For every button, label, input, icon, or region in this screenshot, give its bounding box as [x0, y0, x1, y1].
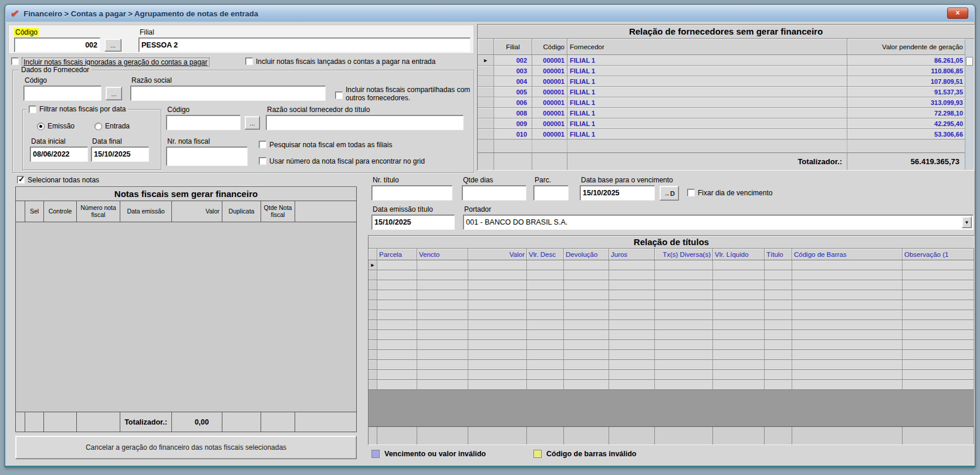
titulo-row[interactable] [369, 310, 974, 320]
fornecedor-cell: 110.806,85 [847, 66, 965, 76]
data-emissao-titulo-input[interactable]: 15/10/2025 [371, 215, 455, 230]
codigo-filial-input[interactable]: 002 [14, 38, 100, 52]
footer-cell [261, 412, 295, 432]
titulo-cell [792, 270, 903, 280]
titulos-grid-panel: Relação de títulos ParcelaVenctoValorVlr… [368, 235, 975, 445]
titulo-cell [369, 360, 377, 370]
titulos-grid-header: ParcelaVenctoValorVlr. DescDevoluçãoJuro… [369, 249, 974, 260]
qtde-dias-input[interactable] [462, 185, 526, 201]
titulo-cell [468, 270, 527, 280]
nr-nota-input[interactable] [166, 147, 248, 166]
razao-social-input[interactable] [130, 86, 326, 101]
fornecedor-row[interactable]: 008000001FILIAL 172.298,10 [478, 108, 965, 118]
titulo-row[interactable] [369, 370, 974, 380]
fornecedor-row[interactable]: 003000001FILIAL 1110.806,85 [478, 66, 965, 76]
fornecedor-row[interactable]: 010000001FILIAL 153.306,66 [478, 129, 965, 140]
data-final-input[interactable]: 15/10/2025 [91, 147, 149, 162]
data-base-input[interactable]: 15/10/2025 [580, 185, 655, 201]
data-inicial-input[interactable]: 08/06/2022 [30, 147, 88, 162]
titulo-cell [564, 380, 609, 390]
fornecedor-row[interactable]: 005000001FILIAL 191.537,35 [478, 87, 965, 97]
fornecedor-cell: FILIAL 1 [567, 66, 847, 76]
parc-input[interactable] [533, 185, 569, 201]
titulo-cell [765, 330, 792, 340]
apply-date-icon[interactable]: →D [660, 186, 679, 201]
scrollbar-thumb[interactable] [966, 57, 973, 66]
titulo-row[interactable] [369, 350, 974, 360]
header-panel: Código 002 ... Filial PESSOA 2 [8, 25, 474, 54]
emissao-label: Emissão [48, 122, 75, 130]
titulo-cell [713, 370, 765, 380]
notas-grid-header: Sel Controle Número nota fiscal Data emi… [16, 201, 356, 222]
fornecedor-row[interactable]: 006000001FILIAL 1313.099,93 [478, 97, 965, 108]
pesquisar-todas-checkbox[interactable] [259, 141, 266, 148]
selecionar-todas-checkbox[interactable] [17, 176, 25, 184]
titulo-cell [655, 280, 713, 290]
titulo-cell [564, 360, 609, 370]
titulo-cell [609, 280, 655, 290]
titulo-codigo-input[interactable] [166, 115, 241, 130]
cancelar-geracao-button[interactable]: Cancelar a geração do financeiro das not… [15, 436, 357, 459]
filial-input[interactable]: PESSOA 2 [138, 38, 471, 52]
titulo-row[interactable] [369, 330, 974, 340]
fornecedor-cell: 003 [494, 66, 532, 76]
row-indicator-cell [478, 129, 494, 140]
emissao-radio[interactable] [37, 123, 45, 130]
titulo-row[interactable] [369, 380, 974, 390]
title-bar[interactable]: ✔ Financeiro > Contas a pagar > Agrupame… [6, 5, 974, 22]
titulo-cell [377, 280, 417, 290]
close-icon[interactable]: × [947, 8, 968, 19]
titulo-cell [417, 330, 468, 340]
fornecedor-browse-button[interactable]: ... [106, 87, 122, 100]
portador-combobox[interactable]: 001 - BANCO DO BRASIL S.A. ▼ [463, 215, 974, 230]
titulo-row[interactable] [369, 340, 974, 350]
footer-cell [564, 427, 609, 445]
fornecedor-cell: 000001 [532, 108, 567, 118]
fornecedor-codigo-label: Código [25, 76, 47, 84]
fornecedores-grid-header: Filial Código Fornecedor Valor pendente … [478, 39, 965, 55]
footer-cell [417, 427, 468, 445]
titulo-browse-button[interactable]: ... [245, 116, 260, 130]
usar-numero-checkbox[interactable] [259, 157, 266, 165]
fornecedor-codigo-input[interactable] [23, 86, 102, 101]
fornecedor-row[interactable]: 004000001FILIAL 1107.809,51 [478, 76, 965, 87]
titulo-cell [609, 320, 655, 330]
codigo-browse-button[interactable]: ... [104, 39, 121, 52]
entrada-radio[interactable] [94, 123, 102, 130]
titulo-row[interactable] [369, 300, 974, 310]
titulo-row[interactable] [369, 290, 974, 300]
fixar-dia-checkbox[interactable] [687, 189, 695, 196]
nr-titulo-input[interactable] [371, 185, 452, 201]
titulo-cell [369, 300, 377, 310]
row-indicator-cell [478, 76, 494, 87]
portador-value: 001 - BANCO DO BRASIL S.A. [466, 218, 567, 226]
titulo-row[interactable] [369, 280, 974, 290]
filtrar-data-checkbox[interactable] [29, 106, 36, 113]
fornecedor-row[interactable]: ►002000001FILIAL 186.261,05 [478, 55, 965, 66]
titulo-cell [792, 300, 903, 310]
filler-cell [847, 140, 965, 152]
titulo-row[interactable] [369, 320, 974, 330]
fornecedor-cell: FILIAL 1 [567, 87, 847, 97]
titulo-row[interactable]: ► [369, 260, 974, 270]
fornecedor-row[interactable]: 009000001FILIAL 142.295,40 [478, 118, 965, 129]
titulos-footer-row [369, 427, 974, 445]
titulo-cell [655, 330, 713, 340]
footer-cell [527, 427, 564, 445]
titulo-cell [417, 310, 468, 320]
titulo-razao-input[interactable] [266, 115, 464, 130]
footer-cell [222, 412, 261, 432]
invalid-due-swatch [371, 450, 380, 458]
titulo-cell [655, 300, 713, 310]
column-header-1: Parcela [377, 249, 417, 260]
fornecedores-total-label: Totalizador.: [567, 153, 847, 170]
titulo-row[interactable] [369, 270, 974, 280]
incluir-ignoradas-checkbox[interactable] [11, 57, 19, 65]
incluir-lancadas-checkbox[interactable] [245, 57, 253, 65]
vertical-scrollbar[interactable] [965, 39, 974, 169]
titulo-row[interactable] [369, 360, 974, 370]
chevron-down-icon[interactable]: ▼ [962, 216, 972, 228]
titulo-cell [564, 340, 609, 350]
incluir-compartilhadas-checkbox[interactable] [335, 91, 343, 99]
column-header-duplicata: Duplicata [222, 201, 261, 222]
